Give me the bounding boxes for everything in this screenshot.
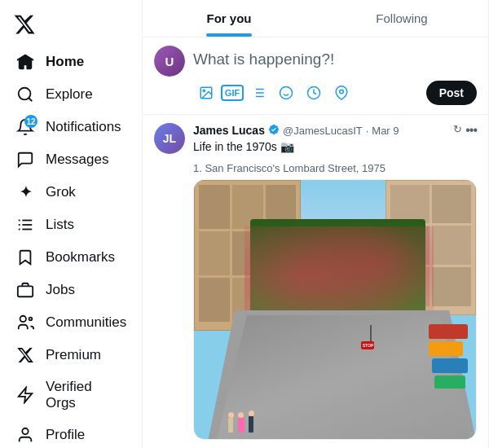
profile-icon: [16, 426, 34, 444]
svg-rect-7: [19, 229, 20, 231]
sidebar-item-jobs[interactable]: Jobs: [3, 274, 139, 306]
sidebar-item-bookmarks[interactable]: Bookmarks: [3, 241, 139, 274]
svg-marker-11: [19, 388, 33, 402]
tweet-more-options[interactable]: ↻ •••: [453, 123, 477, 138]
compose-gif-button[interactable]: GIF: [221, 85, 244, 101]
sidebar-item-premium[interactable]: Premium: [3, 339, 139, 371]
jobs-icon: [16, 281, 34, 299]
sidebar-item-messages-label: Messages: [46, 152, 108, 168]
sidebar-item-lists[interactable]: Lists: [3, 209, 139, 241]
sidebar-item-verified-orgs[interactable]: Verified Orgs: [3, 371, 139, 419]
compose-actions: GIF Post: [193, 80, 477, 106]
compose-placeholder[interactable]: What is happening?!: [193, 46, 477, 73]
sidebar-item-premium-label: Premium: [46, 347, 101, 363]
svg-point-21: [280, 87, 293, 99]
svg-point-25: [340, 90, 344, 94]
tab-following[interactable]: Following: [315, 0, 488, 37]
tweet-header: JL James Lucas @JamesLucasIT · Mar 9 ↻: [154, 123, 477, 448]
sidebar-item-communities-label: Communities: [46, 314, 126, 331]
notification-badge: 12: [24, 115, 37, 128]
sidebar-item-notifications-label: Notifications: [46, 119, 121, 135]
compose-poll-button[interactable]: [245, 80, 271, 106]
grok-icon: ✦: [16, 183, 34, 201]
verified-badge-icon: [268, 124, 280, 138]
communities-icon: [16, 314, 34, 332]
sidebar: Home Explore 12 Notifications Messages ✦…: [0, 0, 143, 448]
svg-rect-8: [18, 286, 33, 296]
compose-avatar: U: [154, 46, 185, 77]
tweet-list-text: 1. San Francisco's Lombard Street, 1975: [193, 162, 477, 174]
compose-avatar-image: U: [154, 46, 185, 77]
tweet-date: Mar 9: [372, 125, 399, 137]
sidebar-item-grok[interactable]: ✦ Grok: [3, 176, 139, 209]
tweet-avatar[interactable]: JL: [154, 123, 185, 154]
tabs-bar: For you Following: [143, 0, 488, 37]
main-content: For you Following U What is happening?! …: [143, 0, 489, 448]
verified-orgs-icon: [16, 386, 34, 404]
tweet-meta: James Lucas @JamesLucasIT · Mar 9 ↻ •••: [193, 123, 477, 138]
compose-location-button[interactable]: [328, 80, 355, 106]
sidebar-item-profile-label: Profile: [46, 427, 85, 443]
tweet-dot: ·: [366, 125, 369, 137]
sidebar-item-home[interactable]: Home: [3, 46, 139, 78]
tweet-author-handle: @JamesLucasIT: [283, 125, 363, 137]
sidebar-item-grok-label: Grok: [46, 184, 76, 200]
messages-icon: [16, 151, 34, 169]
bookmarks-icon: [16, 248, 34, 266]
explore-icon: [16, 86, 34, 103]
refresh-icon: ↻: [453, 123, 462, 138]
sidebar-item-explore-label: Explore: [46, 86, 93, 103]
lists-icon: [16, 216, 34, 234]
svg-point-10: [29, 318, 33, 321]
tweet: JL James Lucas @JamesLucasIT · Mar 9 ↻: [143, 115, 488, 448]
post-button[interactable]: Post: [426, 81, 477, 105]
svg-point-9: [20, 316, 26, 322]
sidebar-item-home-label: Home: [46, 54, 84, 70]
svg-point-14: [203, 90, 205, 91]
tab-for-you[interactable]: For you: [143, 0, 315, 37]
street-scene-image: STOP: [194, 180, 476, 440]
app-logo[interactable]: [0, 7, 142, 42]
svg-line-1: [29, 98, 32, 101]
svg-rect-6: [19, 224, 20, 226]
sidebar-item-communities[interactable]: Communities: [3, 306, 139, 339]
compose-schedule-button[interactable]: [301, 80, 327, 106]
sidebar-item-jobs-label: Jobs: [46, 282, 75, 298]
sidebar-item-bookmarks-label: Bookmarks: [46, 249, 115, 266]
svg-point-0: [19, 88, 31, 100]
sidebar-item-lists-label: Lists: [46, 217, 74, 233]
tweet-image[interactable]: STOP: [193, 179, 477, 440]
compose-emoji-button[interactable]: [273, 80, 299, 106]
sidebar-item-messages[interactable]: Messages: [3, 143, 139, 176]
compose-right: What is happening?! GIF: [193, 46, 477, 106]
tweet-meta-left: James Lucas @JamesLucasIT · Mar 9: [193, 124, 399, 138]
premium-icon: [16, 346, 34, 364]
more-dots-icon[interactable]: •••: [465, 123, 477, 138]
sidebar-item-profile[interactable]: Profile: [3, 419, 139, 448]
tweet-avatar-image: JL: [154, 123, 185, 154]
svg-rect-5: [19, 220, 20, 222]
tweet-author-name[interactable]: James Lucas: [193, 124, 265, 137]
svg-point-12: [22, 428, 28, 434]
home-icon: [16, 53, 34, 71]
sidebar-item-verified-orgs-label: Verified Orgs: [46, 379, 126, 411]
compose-image-button[interactable]: [193, 80, 219, 106]
tweet-content: Life in the 1970s 📷: [193, 139, 477, 156]
tweet-body: James Lucas @JamesLucasIT · Mar 9 ↻ •••: [193, 123, 477, 448]
compose-icons: GIF: [193, 80, 355, 106]
sidebar-item-notifications[interactable]: 12 Notifications: [3, 111, 139, 143]
sidebar-item-explore[interactable]: Explore: [3, 78, 139, 111]
compose-area: U What is happening?! GIF: [143, 37, 488, 115]
